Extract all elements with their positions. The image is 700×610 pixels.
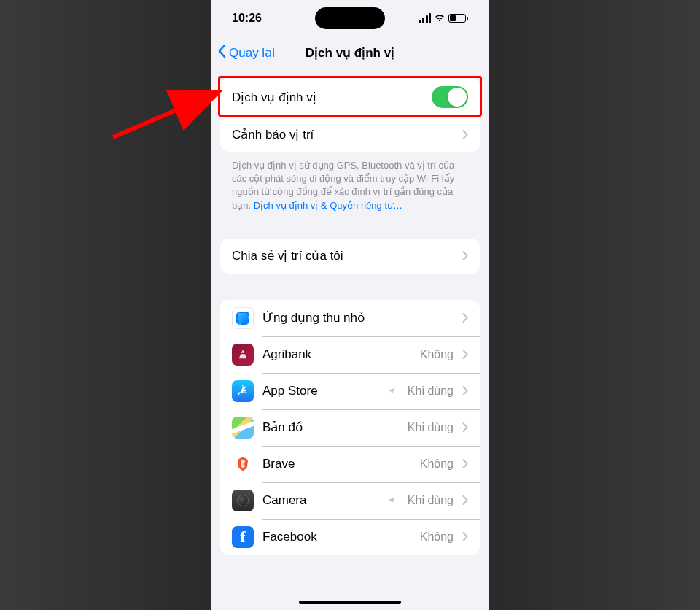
app-row[interactable]: CameraKhi dùng — [220, 482, 480, 519]
back-label: Quay lại — [229, 45, 275, 61]
chevron-right-icon — [462, 350, 468, 359]
status-time: 10:26 — [232, 12, 311, 25]
settings-group-apps: Ứng dụng thu nhỏAgribankKhôngApp StoreKh… — [220, 300, 480, 555]
appclips-app-icon — [232, 307, 254, 329]
cellular-signal-icon — [419, 13, 432, 23]
app-name-label: Facebook — [262, 530, 411, 544]
svg-line-0 — [113, 93, 215, 137]
app-row[interactable]: Bản đồKhi dùng — [220, 409, 480, 446]
home-indicator — [299, 601, 401, 604]
agribank-app-icon — [232, 344, 254, 366]
chevron-right-icon — [462, 251, 468, 260]
app-permission-value: Khi dùng — [408, 494, 454, 507]
app-name-label: Brave — [262, 457, 411, 471]
nav-bar: Quay lại Dịch vụ định vị — [211, 36, 489, 69]
maps-app-icon — [232, 417, 254, 439]
back-button[interactable]: Quay lại — [217, 44, 275, 62]
chevron-right-icon — [462, 495, 468, 505]
phone-frame: 10:26 Quay lại Dịch vụ định vị Dịch vụ đ… — [211, 0, 489, 610]
app-name-label: App Store — [262, 384, 378, 398]
location-arrow-icon — [387, 496, 396, 505]
chevron-right-icon — [462, 459, 468, 468]
app-permission-value: Khi dùng — [408, 385, 454, 398]
app-row[interactable]: fFacebookKhông — [220, 519, 480, 555]
location-alerts-row[interactable]: Cảnh báo vị trí — [220, 117, 480, 152]
location-services-toggle[interactable] — [432, 86, 468, 108]
toggle-knob — [448, 88, 467, 107]
footer-description: Dịch vụ định vị sử dụng GPS, Bluetooth v… — [220, 152, 480, 212]
app-permission-value: Không — [420, 348, 454, 361]
chevron-right-icon — [462, 532, 468, 541]
camera-app-icon — [232, 490, 254, 511]
dynamic-island — [315, 7, 385, 29]
app-permission-value: Không — [420, 530, 454, 544]
location-alerts-label: Cảnh báo vị trí — [232, 127, 454, 142]
settings-group-main: Dịch vụ định vị Cảnh báo vị trí — [220, 77, 480, 152]
app-name-label: Ứng dụng thu nhỏ — [262, 310, 454, 325]
facebook-app-icon: f — [232, 526, 254, 548]
chevron-left-icon — [217, 44, 228, 62]
share-location-row[interactable]: Chia sẻ vị trí của tôi — [220, 239, 480, 274]
chevron-right-icon — [462, 422, 468, 432]
privacy-link[interactable]: Dịch vụ định vị & Quyền riêng tư… — [254, 200, 402, 211]
app-permission-value: Khi dùng — [408, 421, 454, 434]
location-services-label: Dịch vụ định vị — [232, 90, 423, 105]
chevron-right-icon — [462, 130, 468, 139]
app-name-label: Bản đồ — [262, 420, 399, 435]
chevron-right-icon — [462, 313, 468, 323]
app-row[interactable]: BraveKhông — [220, 446, 480, 482]
app-permission-value: Không — [420, 458, 454, 471]
app-name-label: Agribank — [262, 347, 411, 362]
wifi-icon — [434, 12, 446, 25]
app-row[interactable]: App StoreKhi dùng — [220, 373, 480, 409]
status-bar: 10:26 — [211, 0, 489, 36]
settings-group-share: Chia sẻ vị trí của tôi — [220, 239, 480, 274]
app-name-label: Camera — [262, 493, 378, 508]
brave-app-icon — [232, 453, 254, 475]
app-row[interactable]: Ứng dụng thu nhỏ — [220, 300, 480, 336]
appstore-app-icon — [232, 380, 254, 402]
app-row[interactable]: AgribankKhông — [220, 336, 480, 373]
share-location-label: Chia sẻ vị trí của tôi — [232, 248, 454, 263]
chevron-right-icon — [462, 386, 468, 395]
location-arrow-icon — [387, 387, 396, 395]
location-services-row[interactable]: Dịch vụ định vị — [220, 77, 480, 117]
battery-icon — [448, 14, 468, 23]
